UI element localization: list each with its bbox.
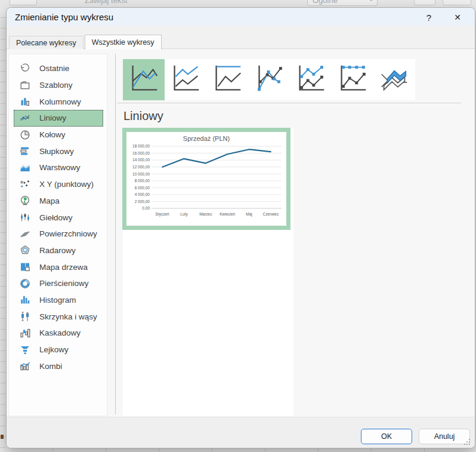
sidebar-item-label: Warstwowy [39,163,81,172]
chart-line [162,149,271,167]
chevron-down-icon: ⌄ [369,0,373,2]
change-chart-type-dialog: Zmienianie typu wykresu ? ✕ Polecane wyk… [6,7,475,448]
100-stacked-line-subtype-icon [209,60,246,100]
excel-rows-sliver [0,7,6,448]
svg-text:14 000,00: 14 000,00 [132,158,150,162]
sidebar-item-histogram[interactable]: Histogram [14,292,103,309]
bar-chart-icon [19,145,31,157]
folder-icon [19,79,31,91]
area-chart-icon [19,162,31,174]
sidebar-item-warstwowy[interactable]: Warstwowy [14,159,103,176]
sidebar-item-label: Kołowy [39,130,66,139]
stacked-line-markers-subtype-icon [292,60,329,100]
sidebar-item-label: Mapa drzewa [39,263,88,272]
svg-text:2 000,00: 2 000,00 [135,199,150,204]
ok-button[interactable]: OK [361,429,412,444]
svg-text:4 000,00: 4 000,00 [135,192,150,196]
sidebar-item-kolowy[interactable]: Kołowy [14,127,103,143]
ribbon-wrap-text-label: Zawijaj tekst [85,0,128,5]
sidebar-item-gieldowy[interactable]: Giełdowy [14,209,103,226]
sidebar-item-label: Kolumnowy [39,97,81,106]
sidebar-item-label: Radarowy [39,246,76,255]
sidebar-item-label: Powierzchniowy [39,229,97,238]
sidebar-item-kaskadowy[interactable]: Kaskadowy [14,325,103,342]
vertical-separator [115,54,116,414]
ribbon-button-sliver [443,0,471,5]
svg-text:Luty: Luty [180,212,188,217]
svg-text:Maj: Maj [246,212,252,217]
3d-line-subtype-icon [376,60,413,100]
excel-grid-sliver [0,448,476,452]
sidebar-item-label: Kombi [39,362,62,371]
sidebar-item-label: Mapa [39,196,60,205]
sidebar-item-kombi[interactable]: Kombi [14,358,103,374]
treemap-icon [19,261,31,273]
sidebar-item-label: Kaskadowy [39,328,81,337]
line-subtype-icon [125,60,162,100]
waterfall-icon [19,327,31,339]
close-button[interactable]: ✕ [449,10,466,24]
svg-text:16 000,00: 16 000,00 [132,151,150,155]
chart-preview-tile[interactable]: Sprzedaż (PLN) 0,002 000,004 000,006 000… [122,128,290,230]
sidebar-item-mapa-drzewa[interactable]: Mapa drzewa [14,259,103,275]
subtype-3d-line[interactable] [373,59,415,100]
sidebar-item-skrzynka-i-wasy[interactable]: Skrzynka i wąsy [14,308,103,325]
tab-polecane-wykresy[interactable]: Polecane wykresy [9,36,84,49]
sidebar-item-label: Giełdowy [39,213,73,222]
line-subtype-strip [123,59,415,100]
sidebar-item-radarowy[interactable]: Radarowy [14,242,103,259]
svg-text:8 000,00: 8 000,00 [135,179,150,183]
sidebar-item-slupkowy[interactable]: Słupkowy [14,143,103,159]
subtype-line[interactable] [123,59,165,100]
cancel-button[interactable]: Anuluj [419,429,470,444]
sidebar-item-label: Histogram [39,296,76,305]
scatter-chart-icon [19,179,31,190]
sidebar-item-szablony[interactable]: Szablony [14,77,103,94]
combo-chart-icon [19,360,31,372]
sidebar-item-lejkowy[interactable]: Lejkowy [14,342,103,358]
subtype-100-stacked-line-with-markers[interactable] [332,59,373,100]
sidebar-item-xy-punktowy[interactable]: X Y (punktowy) [14,176,103,193]
all-charts-tab-page: OstatnieSzablonyKolumnowyLiniowyKołowySł… [7,48,475,417]
sidebar-item-label: Lejkowy [39,345,69,354]
svg-text:0,00: 0,00 [142,206,150,210]
svg-text:12 000,00: 12 000,00 [132,165,150,169]
radar-chart-icon [19,244,31,256]
svg-text:Styczeń: Styczeń [156,212,170,217]
resize-grip-icon[interactable] [464,439,471,446]
box-whisker-icon [19,310,31,322]
subtype-line-with-markers[interactable] [248,59,290,100]
histogram-icon [19,294,31,306]
chart-x-labels: StyczeńLutyMarzecKwiecieńMajCzerwiec [156,212,279,217]
sidebar-item-pierscieniowy[interactable]: Pierścieniowy [14,275,103,292]
subtype-100-stacked-line[interactable] [206,59,248,100]
sidebar-item-label: Słupkowy [39,147,74,156]
pie-chart-icon [19,129,31,141]
column-chart-icon [19,96,31,107]
sidebar-item-liniowy[interactable]: Liniowy [14,110,103,127]
sidebar-item-label: X Y (punktowy) [39,180,94,189]
doughnut-chart-icon [19,278,31,290]
section-title: Liniowy [123,109,163,123]
cell-content-sliver [1,435,4,439]
subtype-stacked-line[interactable] [165,59,206,100]
tab-wszystkie-wykresy[interactable]: Wszystkie wykresy [85,35,162,50]
line-chart-icon [19,112,31,124]
svg-text:18 000,00: 18 000,00 [132,144,150,148]
ribbon-button-sliver [10,0,37,5]
help-button[interactable]: ? [420,10,438,24]
stock-chart-icon [19,211,31,223]
subtype-stacked-line-with-markers[interactable] [290,59,332,100]
svg-text:Kwiecień: Kwiecień [220,212,235,216]
sidebar-item-powierzchniowy[interactable]: Powierzchniowy [14,226,103,242]
sidebar-item-ostatnie[interactable]: Ostatnie [14,60,103,77]
sidebar-item-kolumnowy[interactable]: Kolumnowy [14,93,103,110]
chart-y-labels: 0,002 000,004 000,006 000,008 000,0010 0… [132,144,150,210]
svg-text:Marzec: Marzec [199,212,212,216]
dialog-footer: OK Anuluj [7,417,475,448]
stacked-line-subtype-icon [167,60,204,100]
chart-gridlines [152,146,282,208]
svg-text:6 000,00: 6 000,00 [135,186,150,190]
chart-type-list: OstatnieSzablonyKolumnowyLiniowyKołowySł… [8,54,107,416]
sidebar-item-mapa[interactable]: Mapa [14,193,103,210]
